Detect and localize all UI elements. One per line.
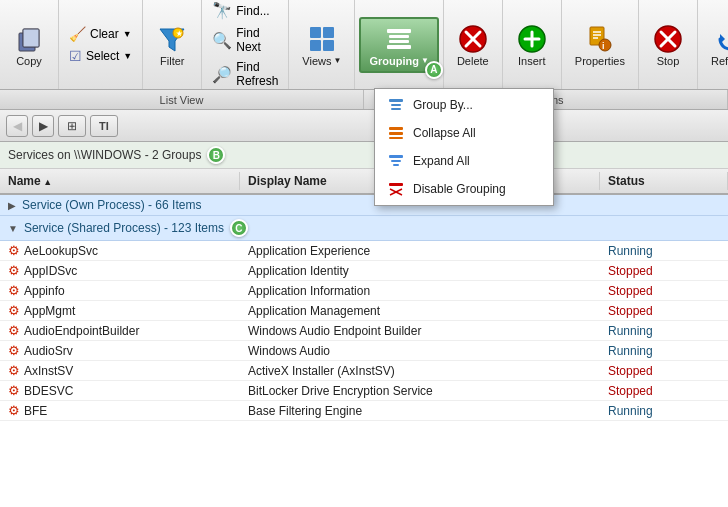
properties-icon: i (584, 23, 616, 55)
table-row[interactable]: ⚙AppIDSvc Application Identity Stopped (0, 261, 728, 281)
table-row[interactable]: ⚙AudioEndpointBuilder Windows Audio Endp… (0, 321, 728, 341)
col-name[interactable]: Name (0, 172, 240, 190)
row-display: Application Identity (240, 261, 600, 280)
group-by-menu-item[interactable]: Group By... (375, 91, 553, 119)
svg-rect-37 (389, 155, 403, 158)
select-button[interactable]: ☑ Select ▼ (65, 46, 136, 66)
svg-text:★: ★ (176, 30, 183, 37)
insert-group: Insert (503, 0, 562, 89)
filter-label: Filter (160, 55, 184, 67)
row-display: Windows Audio (240, 341, 600, 360)
clear-label: Clear (90, 27, 119, 41)
copy-icon (13, 23, 45, 55)
grid-icon: ⊞ (67, 119, 77, 133)
find-button[interactable]: 🔭 Find... (208, 0, 282, 22)
svg-rect-7 (323, 27, 334, 38)
service-icon: ⚙ (8, 363, 20, 378)
content-area: Services on \\WINDOWS - 2 Groups B Name … (0, 142, 728, 507)
row-status: Stopped (600, 361, 728, 380)
back-button[interactable]: ◀ (6, 115, 28, 137)
find-next-icon: 🔍 (212, 31, 232, 50)
insert-button[interactable]: Insert (509, 18, 555, 72)
header-text: Services on \\WINDOWS - 2 Groups (8, 148, 201, 162)
filter-button[interactable]: ★ Filter (149, 18, 195, 72)
col-status[interactable]: Status (600, 172, 728, 190)
service-icon: ⚙ (8, 263, 20, 278)
service-icon: ⚙ (8, 303, 20, 318)
row-display: Application Experience (240, 241, 600, 260)
table-row[interactable]: ⚙AudioSrv Windows Audio Running (0, 341, 728, 361)
delete-button[interactable]: Delete (450, 18, 496, 72)
insert-icon (516, 23, 548, 55)
disable-grouping-label: Disable Grouping (413, 182, 506, 196)
row-status: Stopped (600, 261, 728, 280)
grouping-button[interactable]: Grouping ▼ A (359, 17, 438, 73)
views-button[interactable]: Views ▼ (295, 18, 348, 72)
clear-button[interactable]: 🧹 Clear ▼ (65, 24, 136, 44)
properties-button[interactable]: i Properties (568, 18, 632, 72)
forward-button[interactable]: ▶ (32, 115, 54, 137)
text-icon: TI (99, 120, 109, 132)
grid-view-button[interactable]: ⊞ (58, 115, 86, 137)
row-display: Base Filtering Engine (240, 401, 600, 420)
row-name: ⚙AudioSrv (0, 341, 240, 360)
stop-button[interactable]: Stop (645, 18, 691, 72)
svg-rect-39 (393, 164, 399, 166)
stop-icon (652, 23, 684, 55)
binoculars-icon: 🔭 (212, 1, 232, 20)
svg-rect-12 (389, 40, 409, 43)
table-row[interactable]: ⚙AppMgmt Application Management Stopped (0, 301, 728, 321)
stop-label: Stop (657, 55, 680, 67)
collapse-icon (387, 124, 405, 142)
grouping-group: Grouping ▼ A (355, 0, 443, 89)
service-icon: ⚙ (8, 283, 20, 298)
svg-rect-33 (391, 108, 401, 110)
filter-group: ★ Filter (143, 0, 202, 89)
views-group: Views ▼ (289, 0, 355, 89)
clear-icon: 🧹 (69, 26, 86, 42)
service-icon: ⚙ (8, 343, 20, 358)
service-icon: ⚙ (8, 323, 20, 338)
svg-rect-11 (389, 35, 409, 38)
disable-grouping-icon (387, 180, 405, 198)
row-name: ⚙BDESVC (0, 381, 240, 400)
group-by-icon (387, 96, 405, 114)
row-status: Running (600, 321, 728, 340)
expand-all-label: Expand All (413, 154, 470, 168)
find-refresh-label: Find Refresh (236, 60, 278, 88)
table-row[interactable]: ⚙AxInstSV ActiveX Installer (AxInstSV) S… (0, 361, 728, 381)
expand-all-menu-item[interactable]: Expand All (375, 147, 553, 175)
disable-grouping-menu-item[interactable]: Disable Grouping (375, 175, 553, 203)
views-icon (306, 23, 338, 55)
list-view-label: List View (0, 90, 364, 109)
grouping-icon (383, 23, 415, 55)
select-icon: ☑ (69, 48, 82, 64)
collapse-all-menu-item[interactable]: Collapse All (375, 119, 553, 147)
refresh-button[interactable]: Refresh (704, 18, 728, 72)
table-row[interactable]: ⚙BFE Base Filtering Engine Running (0, 401, 728, 421)
table-header: Name Display Name Status (0, 169, 728, 195)
row-name: ⚙AppIDSvc (0, 261, 240, 280)
svg-text:i: i (602, 40, 605, 50)
text-button[interactable]: TI (90, 115, 118, 137)
svg-rect-31 (389, 99, 403, 102)
table-row[interactable]: ⚙Appinfo Application Information Stopped (0, 281, 728, 301)
select-dropdown-icon: ▼ (123, 51, 132, 61)
find-refresh-button[interactable]: 🔎 Find Refresh (208, 58, 282, 90)
copy-button[interactable]: Copy (6, 18, 52, 72)
back-icon: ◀ (13, 119, 22, 133)
group-2-label: Service (Shared Process) - 123 Items (24, 221, 224, 235)
group-2-header[interactable]: ▼ Service (Shared Process) - 123 Items C (0, 216, 728, 241)
find-next-button[interactable]: 🔍 Find Next (208, 24, 282, 56)
svg-rect-13 (387, 45, 411, 49)
svg-rect-38 (391, 160, 401, 162)
properties-label: Properties (575, 55, 625, 67)
table-row[interactable]: ⚙BDESVC BitLocker Drive Encryption Servi… (0, 381, 728, 401)
toolbar: Copy 🧹 Clear ▼ ☑ Select ▼ ★ Filter (0, 0, 728, 90)
group-1-header[interactable]: ▶ Service (Own Process) - 66 Items (0, 195, 728, 216)
row-name: ⚙BFE (0, 401, 240, 420)
table-row[interactable]: ⚙AeLookupSvc Application Experience Runn… (0, 241, 728, 261)
badge-a: A (425, 61, 443, 79)
forward-icon: ▶ (39, 119, 48, 133)
row-display: BitLocker Drive Encryption Service (240, 381, 600, 400)
